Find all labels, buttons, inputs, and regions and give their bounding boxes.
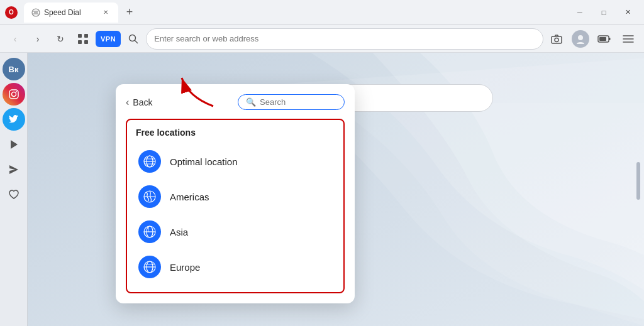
opera-logo[interactable]: O bbox=[5, 6, 18, 19]
location-item-optimal[interactable]: Optimal location bbox=[136, 144, 335, 179]
battery-button[interactable] bbox=[594, 28, 615, 50]
asia-location-label: Asia bbox=[170, 227, 188, 237]
americas-location-label: Americas bbox=[170, 192, 209, 202]
svg-marker-23 bbox=[9, 165, 18, 174]
svg-line-9 bbox=[135, 40, 138, 43]
location-item-asia[interactable]: Asia bbox=[136, 214, 335, 249]
toolbar: ‹ › ↻ VPN bbox=[0, 25, 644, 53]
svg-rect-14 bbox=[599, 37, 606, 41]
sidebar-item-instagram[interactable] bbox=[3, 83, 25, 106]
main-layout: Вк bbox=[0, 53, 644, 326]
back-arrow-icon: ‹ bbox=[126, 97, 129, 108]
tab-label: Speed Dial bbox=[44, 8, 81, 17]
vk-icon: Вк bbox=[9, 65, 19, 74]
content-area: 🔍 ‹ Back 🔍 Free locations bbox=[28, 53, 644, 326]
address-input[interactable] bbox=[154, 34, 535, 43]
free-locations-title: Free locations bbox=[136, 128, 335, 138]
svg-point-20 bbox=[11, 92, 16, 97]
svg-rect-15 bbox=[609, 38, 611, 40]
svg-rect-19 bbox=[9, 90, 18, 99]
vpn-search-box[interactable]: 🔍 bbox=[238, 94, 345, 110]
svg-rect-6 bbox=[78, 40, 82, 44]
forward-button[interactable]: › bbox=[28, 29, 48, 49]
svg-rect-4 bbox=[78, 34, 82, 38]
svg-rect-7 bbox=[84, 40, 88, 44]
window-controls-right: ─ □ ✕ bbox=[569, 4, 639, 21]
new-tab-button[interactable]: + bbox=[121, 4, 138, 21]
sidebar-item-send[interactable] bbox=[3, 158, 25, 181]
svg-marker-22 bbox=[11, 140, 18, 149]
avatar-button[interactable] bbox=[570, 28, 591, 50]
sidebar-item-music[interactable] bbox=[3, 133, 25, 156]
tab-close-button[interactable]: ✕ bbox=[101, 8, 111, 18]
asia-globe-icon bbox=[138, 220, 161, 243]
minimize-button[interactable]: ─ bbox=[569, 4, 591, 21]
sidebar: Вк bbox=[0, 53, 28, 326]
camera-button[interactable] bbox=[546, 28, 567, 50]
reload-button[interactable]: ↻ bbox=[50, 29, 70, 49]
svg-rect-5 bbox=[84, 34, 88, 38]
free-locations-section: Free locations Optimal location bbox=[126, 119, 345, 293]
svg-point-11 bbox=[555, 38, 558, 41]
location-item-europe[interactable]: Europe bbox=[136, 249, 335, 285]
back-label: Back bbox=[133, 97, 152, 107]
vpn-popup-header: ‹ Back 🔍 bbox=[126, 94, 345, 110]
europe-location-label: Europe bbox=[170, 262, 200, 273]
close-button[interactable]: ✕ bbox=[616, 4, 639, 21]
maximize-button[interactable]: □ bbox=[592, 4, 615, 21]
sidebar-item-twitter[interactable] bbox=[3, 108, 25, 131]
settings-button[interactable] bbox=[618, 28, 639, 50]
sidebar-item-heart[interactable] bbox=[3, 183, 25, 206]
title-bar: O Speed Dial ✕ + ─ □ ✕ bbox=[0, 0, 644, 25]
vpn-popup: ‹ Back 🔍 Free locations bbox=[116, 84, 355, 303]
window-controls-left: O Speed Dial ✕ + bbox=[5, 3, 138, 23]
svg-point-12 bbox=[578, 35, 583, 40]
address-bar[interactable] bbox=[146, 28, 543, 50]
optimal-globe-icon bbox=[138, 150, 161, 173]
avatar-icon bbox=[572, 30, 589, 48]
vpn-back-button[interactable]: ‹ Back bbox=[126, 97, 152, 108]
vpn-button[interactable]: VPN bbox=[96, 31, 121, 47]
sidebar-item-vk[interactable]: Вк bbox=[3, 58, 25, 80]
optimal-location-label: Optimal location bbox=[170, 156, 238, 167]
vpn-search-input[interactable] bbox=[260, 97, 336, 107]
location-item-americas[interactable]: Americas bbox=[136, 179, 335, 214]
scroll-handle[interactable] bbox=[636, 162, 640, 200]
active-tab[interactable]: Speed Dial ✕ bbox=[24, 3, 118, 23]
search-icon-button[interactable] bbox=[123, 29, 143, 49]
svg-rect-10 bbox=[552, 36, 562, 43]
tab-favicon bbox=[31, 8, 40, 17]
europe-globe-icon bbox=[138, 256, 161, 278]
vpn-search-icon: 🔍 bbox=[246, 97, 256, 107]
svg-point-21 bbox=[16, 91, 17, 92]
back-button[interactable]: ‹ bbox=[5, 29, 25, 49]
grid-button[interactable] bbox=[73, 29, 93, 49]
americas-globe-icon bbox=[138, 185, 161, 208]
